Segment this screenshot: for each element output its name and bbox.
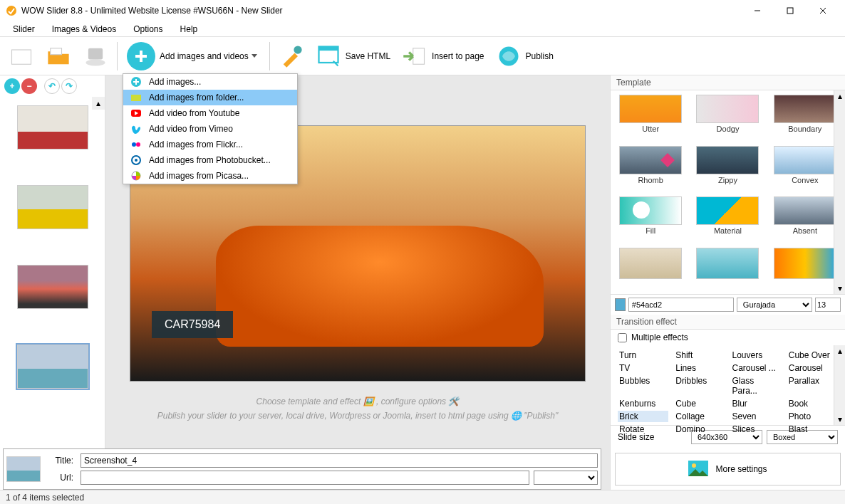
dd-add-photobucket[interactable]: Add images from Photobucket... bbox=[123, 152, 297, 168]
multiple-effects-checkbox[interactable] bbox=[618, 333, 627, 342]
scroll-down-icon[interactable]: ▾ bbox=[834, 414, 845, 425]
new-slider-button[interactable] bbox=[4, 40, 38, 73]
dd-add-images-folder[interactable]: Add images from folder... bbox=[123, 90, 297, 105]
insert-to-page-button[interactable]: Insert to page bbox=[398, 40, 488, 73]
font-size-spinner[interactable] bbox=[815, 298, 841, 312]
effect-item[interactable]: Slices bbox=[731, 424, 782, 435]
effect-item[interactable]: Seven bbox=[731, 411, 782, 422]
template-dodgy[interactable]: Dodgy bbox=[692, 95, 763, 143]
minimize-button[interactable] bbox=[741, 0, 774, 21]
menu-slider[interactable]: Slider bbox=[4, 23, 43, 36]
template-item[interactable] bbox=[692, 248, 763, 290]
save-html-label: Save HTML bbox=[346, 51, 390, 61]
thumbnail-item[interactable] bbox=[17, 105, 88, 149]
svg-rect-24 bbox=[413, 48, 425, 64]
svg-point-19 bbox=[135, 159, 138, 162]
effect-item[interactable]: Cube bbox=[674, 398, 725, 409]
effect-item[interactable]: Carousel ... bbox=[731, 362, 782, 374]
effects-scrollbar[interactable]: ▴ ▾ bbox=[834, 345, 845, 425]
publish-button[interactable]: Publish bbox=[492, 40, 558, 73]
dd-add-images[interactable]: Add images... bbox=[123, 74, 297, 90]
url-label: Url: bbox=[48, 473, 76, 483]
effects-list[interactable]: TurnShiftLouversCube OverTVLinesCarousel… bbox=[611, 345, 845, 439]
template-grid[interactable]: Utter Dodgy Boundary Rhomb Zippy Convex … bbox=[611, 90, 845, 294]
remove-thumb-button[interactable]: − bbox=[21, 78, 37, 94]
scroll-up-button[interactable]: ▴ bbox=[92, 97, 105, 110]
flickr-icon bbox=[130, 139, 142, 150]
toolbar-separator bbox=[117, 42, 118, 70]
dd-label: Add video from Vimeo bbox=[149, 124, 233, 134]
effect-item[interactable]: Carousel bbox=[787, 362, 838, 374]
rotate-right-button[interactable]: ↷ bbox=[61, 78, 77, 94]
open-slider-button[interactable] bbox=[41, 40, 76, 73]
scroll-up-icon[interactable]: ▴ bbox=[834, 345, 845, 357]
more-settings-button[interactable]: More settings bbox=[615, 453, 841, 485]
template-item[interactable] bbox=[615, 248, 686, 290]
effect-item[interactable]: Dribbles bbox=[674, 375, 725, 397]
color-swatch[interactable] bbox=[615, 298, 626, 311]
effect-item[interactable]: Glass Para... bbox=[731, 375, 782, 397]
effect-item[interactable]: Louvers bbox=[731, 350, 782, 361]
add-images-videos-button[interactable]: Add images and videos Add images... Add … bbox=[122, 40, 265, 73]
thumbnail-item[interactable] bbox=[17, 185, 88, 229]
thumbnail-item-selected[interactable] bbox=[17, 345, 88, 389]
insert-to-page-label: Insert to page bbox=[432, 51, 484, 61]
dd-add-youtube[interactable]: Add video from Youtube bbox=[123, 105, 297, 121]
template-boundary[interactable]: Boundary bbox=[769, 95, 841, 143]
template-material[interactable]: Material bbox=[692, 196, 763, 245]
template-fill[interactable]: Fill bbox=[615, 196, 686, 245]
thumbnail-item[interactable] bbox=[17, 265, 88, 309]
menu-help[interactable]: Help bbox=[172, 23, 207, 36]
slide-properties-bar: Title: Url: bbox=[3, 448, 601, 490]
effect-item[interactable]: Rotate bbox=[618, 424, 668, 435]
maximize-button[interactable] bbox=[774, 0, 807, 21]
effect-item[interactable]: Lines bbox=[674, 362, 725, 374]
photobucket-icon bbox=[130, 154, 142, 166]
hint-part: Choose template and effect bbox=[256, 397, 363, 406]
effect-item[interactable]: Photo bbox=[787, 411, 838, 422]
menu-options[interactable]: Options bbox=[125, 23, 171, 36]
url-input[interactable] bbox=[81, 471, 529, 485]
dd-add-flickr[interactable]: Add images from Flickr... bbox=[123, 137, 297, 152]
rotate-left-button[interactable]: ↶ bbox=[44, 78, 60, 94]
effect-item[interactable]: TV bbox=[618, 362, 668, 374]
scroll-up-icon[interactable]: ▴ bbox=[834, 90, 845, 102]
save-html-button[interactable]: Save HTML bbox=[311, 40, 395, 73]
color-hex-input[interactable] bbox=[628, 298, 734, 312]
effect-item[interactable]: Shift bbox=[674, 350, 725, 361]
menu-images-videos[interactable]: Images & Videos bbox=[43, 23, 125, 36]
thumbnail-tools: + − ↶ ↷ bbox=[0, 75, 105, 97]
effect-item[interactable]: Kenburns bbox=[618, 398, 668, 409]
dd-label: Add images from Flickr... bbox=[149, 140, 243, 149]
add-thumb-button[interactable]: + bbox=[4, 78, 20, 94]
close-button[interactable] bbox=[807, 0, 839, 21]
effect-item[interactable]: Collage bbox=[674, 411, 725, 422]
template-label: Fill bbox=[615, 226, 686, 235]
effect-item[interactable]: Parallax bbox=[787, 375, 838, 397]
tools-button[interactable] bbox=[274, 40, 309, 73]
template-scrollbar[interactable]: ▴ ▾ bbox=[834, 90, 845, 294]
template-rhomb[interactable]: Rhomb bbox=[615, 146, 686, 194]
template-item[interactable] bbox=[769, 248, 841, 290]
url-target-select[interactable] bbox=[534, 471, 598, 485]
scroll-down-icon[interactable]: ▾ bbox=[834, 283, 845, 294]
thumbnail-list[interactable]: ▴ ▾ bbox=[0, 97, 105, 490]
effect-item[interactable]: Brick bbox=[618, 411, 668, 422]
title-input[interactable] bbox=[81, 453, 598, 468]
effect-item[interactable]: Turn bbox=[618, 350, 668, 361]
template-convex[interactable]: Convex bbox=[769, 146, 841, 194]
effect-item[interactable]: Blast bbox=[787, 424, 838, 435]
effect-item[interactable]: Book bbox=[787, 398, 838, 409]
chevron-down-icon[interactable] bbox=[252, 54, 257, 58]
dd-add-picasa[interactable]: Add images from Picasa... bbox=[123, 168, 297, 184]
effect-item[interactable]: Blur bbox=[731, 398, 782, 409]
template-utter[interactable]: Utter bbox=[615, 95, 686, 143]
effect-item[interactable]: Cube Over bbox=[787, 350, 838, 361]
effect-item[interactable]: Bubbles bbox=[618, 375, 668, 397]
font-select[interactable]: Gurajada bbox=[737, 298, 812, 312]
template-absent[interactable]: Absent bbox=[769, 196, 841, 245]
save-slider-button[interactable] bbox=[78, 40, 113, 73]
template-zippy[interactable]: Zippy bbox=[692, 146, 763, 194]
dd-add-vimeo[interactable]: Add video from Vimeo bbox=[123, 121, 297, 137]
effect-item[interactable]: Domino bbox=[674, 424, 725, 435]
